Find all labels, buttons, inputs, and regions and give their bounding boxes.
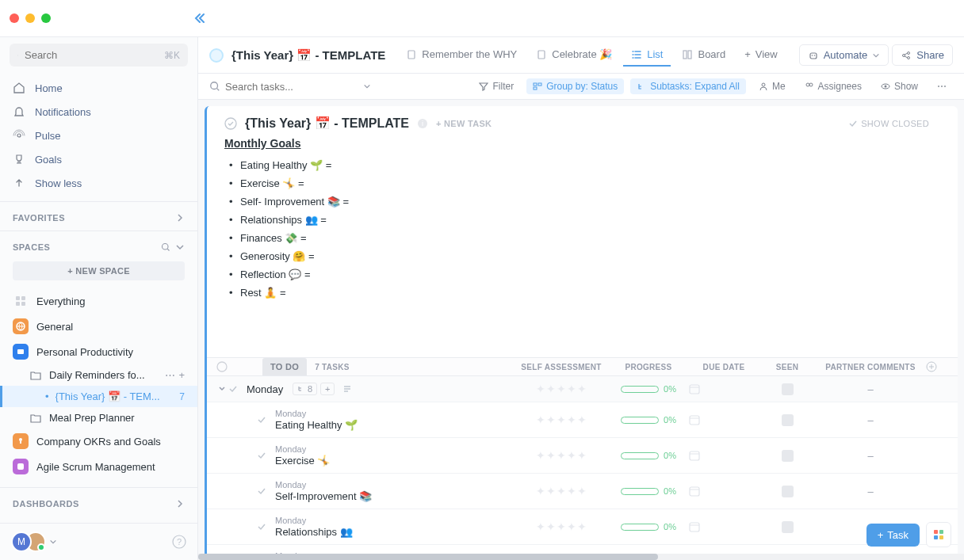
subtasks-button[interactable]: Subtasks: Expand All: [630, 78, 746, 94]
tab-add-view[interactable]: + View: [736, 44, 786, 67]
space-everything[interactable]: Everything: [0, 288, 197, 314]
partner-comments-cell[interactable]: –: [815, 414, 926, 426]
new-task-button[interactable]: + NEW TASK: [436, 119, 492, 128]
task-row[interactable]: Monday Self-Improvement 📚 ✦✦✦✦✦ 0% –: [207, 474, 958, 509]
self-assessment-cell[interactable]: ✦✦✦✦✦: [514, 485, 609, 497]
close-window-icon[interactable]: [10, 13, 19, 23]
assignees-button[interactable]: Assignees: [798, 78, 868, 94]
task-name[interactable]: Relationships 👥: [275, 526, 353, 538]
space-personal-productivity[interactable]: Personal Productivity: [0, 339, 197, 364]
chevron-down-icon[interactable]: [218, 385, 226, 393]
add-column-button[interactable]: [926, 361, 958, 372]
column-due-date[interactable]: DUE DATE: [688, 363, 759, 371]
filter-button[interactable]: Filter: [472, 78, 520, 94]
list-status-icon[interactable]: [209, 48, 224, 63]
status-todo[interactable]: TO DO: [262, 358, 307, 375]
folder-daily-reminders[interactable]: Daily Reminders fo... ⋯ +: [0, 364, 197, 386]
horizontal-scrollbar[interactable]: [198, 554, 964, 560]
favorites-header[interactable]: FAVORITES: [0, 205, 197, 227]
progress-cell[interactable]: 0%: [609, 415, 688, 425]
new-space-button[interactable]: + NEW SPACE: [13, 261, 185, 280]
minimize-window-icon[interactable]: [25, 13, 35, 23]
task-name[interactable]: Exercise 🤸: [275, 455, 330, 467]
task-row[interactable]: Monday 8 + ✦✦✦✦✦: [207, 376, 958, 402]
check-icon[interactable]: [256, 486, 267, 497]
partner-comments-cell[interactable]: –: [815, 486, 926, 497]
add-subtask-button[interactable]: +: [320, 383, 335, 395]
column-partner-comments[interactable]: PARTNER COMMENTS: [815, 363, 926, 371]
check-icon[interactable]: [256, 521, 267, 532]
dashboards-header[interactable]: DASHBOARDS: [0, 491, 197, 513]
column-self-assessment[interactable]: SELF ASSESSMENT: [514, 363, 609, 371]
automate-button[interactable]: Automate: [799, 44, 889, 66]
seen-cell[interactable]: [759, 521, 815, 533]
avatar[interactable]: M: [11, 531, 32, 552]
due-date-cell[interactable]: [688, 520, 759, 533]
due-date-cell[interactable]: [688, 383, 759, 395]
self-assessment-cell[interactable]: ✦✦✦✦✦: [514, 413, 609, 426]
check-circle-icon[interactable]: [216, 361, 228, 372]
tab-list[interactable]: List: [623, 44, 671, 67]
share-button[interactable]: Share: [892, 44, 953, 66]
space-general[interactable]: General: [0, 314, 197, 339]
group-by-button[interactable]: Group by: Status: [526, 78, 624, 94]
progress-cell[interactable]: 0%: [609, 384, 688, 394]
spaces-header[interactable]: SPACES: [0, 234, 197, 257]
nav-notifications[interactable]: Notifications: [0, 100, 197, 124]
info-icon[interactable]: i: [417, 118, 428, 129]
sidebar-collapse-button[interactable]: [193, 12, 206, 25]
user-avatars[interactable]: M: [11, 531, 57, 552]
due-date-cell[interactable]: [688, 485, 759, 497]
subtask-count-pill[interactable]: 8: [293, 383, 317, 395]
nav-goals[interactable]: Goals: [0, 147, 197, 171]
seen-cell[interactable]: [759, 486, 815, 497]
task-name[interactable]: Monday: [247, 383, 283, 395]
check-circle-icon[interactable]: [224, 117, 237, 130]
task-row[interactable]: Monday Eating Healthy 🌱 ✦✦✦✦✦ 0% –: [207, 402, 958, 438]
description-icon[interactable]: [342, 384, 352, 394]
self-assessment-cell[interactable]: ✦✦✦✦✦: [514, 383, 609, 395]
search-icon[interactable]: [161, 242, 170, 252]
tab-board[interactable]: Board: [674, 44, 733, 67]
partner-comments-cell[interactable]: –: [815, 383, 926, 395]
seen-cell[interactable]: [759, 383, 815, 395]
maximize-window-icon[interactable]: [41, 13, 51, 23]
chevron-down-icon[interactable]: [49, 538, 57, 546]
task-row[interactable]: Monday Exercise 🤸 ✦✦✦✦✦ 0% –: [207, 438, 958, 474]
space-company-okrs[interactable]: Company OKRs and Goals: [0, 429, 197, 454]
nav-show-less[interactable]: Show less: [0, 171, 197, 195]
seen-cell[interactable]: [759, 414, 815, 426]
more-icon[interactable]: ⋯: [165, 369, 175, 381]
folder-meal-prep[interactable]: Meal Prep Planner: [0, 407, 197, 429]
more-options-button[interactable]: ⋯: [931, 78, 953, 94]
list-this-year[interactable]: • {This Year} 📅 - TEM... 7: [0, 386, 197, 407]
chevron-down-icon[interactable]: [363, 82, 371, 90]
due-date-cell[interactable]: [688, 449, 759, 462]
task-name[interactable]: Eating Healthy 🌱: [275, 419, 358, 431]
nav-pulse[interactable]: Pulse: [0, 124, 197, 147]
chevron-down-icon[interactable]: [175, 242, 185, 252]
search-input[interactable]: [25, 49, 158, 61]
space-agile-scrum[interactable]: Agile Scrum Management: [0, 454, 197, 479]
show-button[interactable]: Show: [874, 78, 924, 94]
column-progress[interactable]: PROGRESS: [609, 363, 688, 371]
new-task-fab[interactable]: + Task: [866, 524, 920, 547]
check-icon[interactable]: [256, 414, 267, 425]
column-seen[interactable]: SEEN: [759, 363, 815, 371]
task-name[interactable]: Self-Improvement 📚: [275, 490, 372, 502]
progress-cell[interactable]: 0%: [609, 451, 688, 460]
nav-home[interactable]: Home: [0, 76, 197, 100]
show-closed-button[interactable]: SHOW CLOSED: [848, 119, 940, 128]
help-icon[interactable]: ?: [172, 535, 186, 549]
tab-remember-why[interactable]: Remember the WHY: [398, 44, 525, 67]
self-assessment-cell[interactable]: ✦✦✦✦✦: [514, 449, 609, 462]
task-row[interactable]: Monday Relationships 👥 ✦✦✦✦✦ 0% –: [207, 509, 958, 545]
self-assessment-cell[interactable]: ✦✦✦✦✦: [514, 520, 609, 533]
task-search-input[interactable]: [225, 81, 358, 93]
due-date-cell[interactable]: [688, 413, 759, 426]
progress-cell[interactable]: 0%: [609, 522, 688, 531]
search-box[interactable]: ⌘K: [10, 44, 188, 67]
window-controls[interactable]: [10, 13, 51, 23]
plus-icon[interactable]: +: [178, 369, 185, 381]
apps-fab[interactable]: [926, 522, 951, 547]
